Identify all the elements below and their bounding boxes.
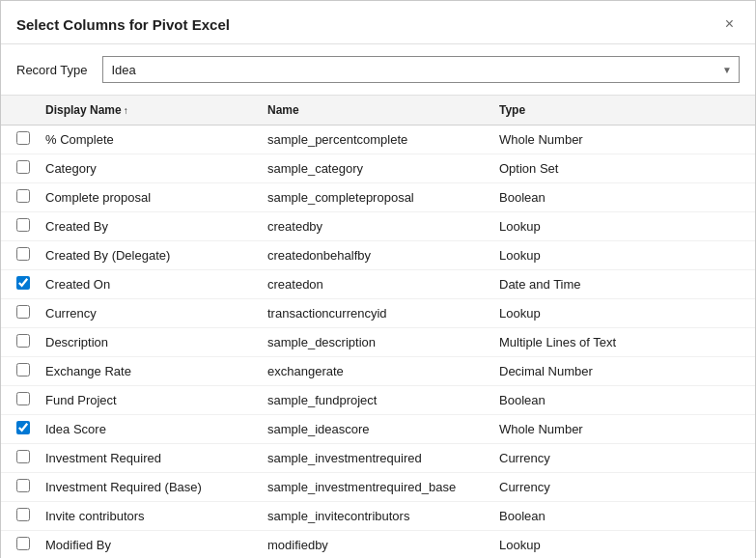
row-checkbox-cell[interactable]	[1, 531, 38, 559]
row-checkbox[interactable]	[16, 479, 30, 492]
row-display-name: Idea Score	[38, 415, 260, 444]
row-checkbox[interactable]	[16, 450, 30, 463]
row-name: exchangerate	[260, 357, 491, 386]
row-type: Multiple Lines of Text	[491, 328, 755, 357]
row-checkbox[interactable]	[16, 218, 30, 232]
table-row: Complete proposalsample_completeproposal…	[1, 183, 755, 212]
row-checkbox-cell[interactable]	[1, 212, 38, 241]
row-display-name: Investment Required	[38, 444, 260, 473]
table-row: Categorysample_categoryOption Set	[1, 154, 755, 183]
title-bar: Select Columns for Pivot Excel ×	[1, 1, 755, 44]
row-type: Lookup	[491, 531, 755, 559]
row-checkbox-cell[interactable]	[1, 154, 38, 183]
row-type: Boolean	[491, 183, 755, 212]
row-name: sample_fundproject	[260, 386, 491, 415]
columns-table: Display Name↑ Name Type % Completesample…	[1, 96, 755, 558]
table-row: Idea Scoresample_ideascoreWhole Number	[1, 415, 755, 444]
name-column-header[interactable]: Name	[260, 96, 491, 126]
row-display-name: Currency	[38, 299, 260, 328]
row-name: sample_investmentrequired_base	[260, 473, 491, 502]
row-checkbox-cell[interactable]	[1, 328, 38, 357]
close-button[interactable]: ×	[719, 14, 740, 34]
row-display-name: Investment Required (Base)	[38, 473, 260, 502]
row-checkbox[interactable]	[16, 247, 30, 261]
row-name: createdon	[260, 270, 491, 299]
row-name: sample_category	[260, 154, 491, 183]
row-type: Lookup	[491, 241, 755, 270]
table-row: Created By (Delegate)createdonbehalfbyLo…	[1, 241, 755, 270]
row-type: Whole Number	[491, 126, 755, 154]
row-display-name: Invite contributors	[38, 502, 260, 531]
row-checkbox-cell[interactable]	[1, 126, 38, 154]
row-checkbox[interactable]	[16, 537, 30, 550]
row-type: Lookup	[491, 299, 755, 328]
dialog-title: Select Columns for Pivot Excel	[16, 16, 230, 33]
row-name: sample_percentcomplete	[260, 126, 491, 154]
row-type: Date and Time	[491, 270, 755, 299]
row-display-name: Created On	[38, 270, 260, 299]
row-checkbox[interactable]	[16, 160, 30, 174]
row-display-name: Fund Project	[38, 386, 260, 415]
row-name: sample_description	[260, 328, 491, 357]
row-checkbox-cell[interactable]	[1, 241, 38, 270]
record-type-row: Record Type Idea ▼	[1, 44, 755, 95]
table-row: % Completesample_percentcompleteWhole Nu…	[1, 126, 755, 154]
table-row: Fund Projectsample_fundprojectBoolean	[1, 386, 755, 415]
row-display-name: Exchange Rate	[38, 357, 260, 386]
record-type-select[interactable]: Idea	[102, 56, 740, 83]
row-checkbox[interactable]	[16, 363, 30, 377]
row-checkbox-cell[interactable]	[1, 502, 38, 531]
row-name: createdby	[260, 212, 491, 241]
row-checkbox-cell[interactable]	[1, 473, 38, 502]
row-name: sample_investmentrequired	[260, 444, 491, 473]
row-checkbox-cell[interactable]	[1, 386, 38, 415]
checkbox-column-header	[1, 96, 38, 126]
table-container[interactable]: Display Name↑ Name Type % Completesample…	[1, 95, 755, 558]
table-header-row: Display Name↑ Name Type	[1, 96, 755, 126]
table-row: CurrencytransactioncurrencyidLookup	[1, 299, 755, 328]
row-type: Decimal Number	[491, 357, 755, 386]
row-display-name: % Complete	[38, 126, 260, 154]
row-checkbox-cell[interactable]	[1, 357, 38, 386]
table-row: Created OncreatedonDate and Time	[1, 270, 755, 299]
sort-indicator: ↑	[124, 105, 128, 116]
row-checkbox-cell[interactable]	[1, 183, 38, 212]
row-type: Option Set	[491, 154, 755, 183]
table-row: Created BycreatedbyLookup	[1, 212, 755, 241]
type-column-header[interactable]: Type	[491, 96, 755, 126]
row-checkbox[interactable]	[16, 276, 30, 290]
row-name: transactioncurrencyid	[260, 299, 491, 328]
row-name: sample_completeproposal	[260, 183, 491, 212]
row-name: createdonbehalfby	[260, 241, 491, 270]
table-row: Investment Required (Base)sample_investm…	[1, 473, 755, 502]
table-row: Invite contributorssample_invitecontribu…	[1, 502, 755, 531]
row-checkbox-cell[interactable]	[1, 299, 38, 328]
table-row: Exchange RateexchangerateDecimal Number	[1, 357, 755, 386]
table-row: Investment Requiredsample_investmentrequ…	[1, 444, 755, 473]
row-display-name: Modified By	[38, 531, 260, 559]
row-checkbox[interactable]	[16, 421, 30, 434]
row-checkbox[interactable]	[16, 508, 30, 521]
row-checkbox[interactable]	[16, 189, 30, 203]
record-type-label: Record Type	[16, 63, 87, 77]
row-checkbox-cell[interactable]	[1, 415, 38, 444]
dialog: Select Columns for Pivot Excel × Record …	[0, 0, 756, 558]
table-row: Descriptionsample_descriptionMultiple Li…	[1, 328, 755, 357]
row-display-name: Created By	[38, 212, 260, 241]
row-checkbox[interactable]	[16, 334, 30, 348]
row-name: modifiedby	[260, 531, 491, 559]
table-row: Modified BymodifiedbyLookup	[1, 531, 755, 559]
table-body: % Completesample_percentcompleteWhole Nu…	[1, 126, 755, 559]
row-checkbox-cell[interactable]	[1, 444, 38, 473]
row-checkbox[interactable]	[16, 392, 30, 405]
display-name-column-header[interactable]: Display Name↑	[38, 96, 260, 126]
row-type: Lookup	[491, 212, 755, 241]
row-type: Boolean	[491, 386, 755, 415]
row-checkbox[interactable]	[16, 131, 30, 145]
row-checkbox-cell[interactable]	[1, 270, 38, 299]
row-checkbox[interactable]	[16, 305, 30, 319]
row-display-name: Complete proposal	[38, 183, 260, 212]
row-type: Whole Number	[491, 415, 755, 444]
row-display-name: Description	[38, 328, 260, 357]
row-display-name: Category	[38, 154, 260, 183]
